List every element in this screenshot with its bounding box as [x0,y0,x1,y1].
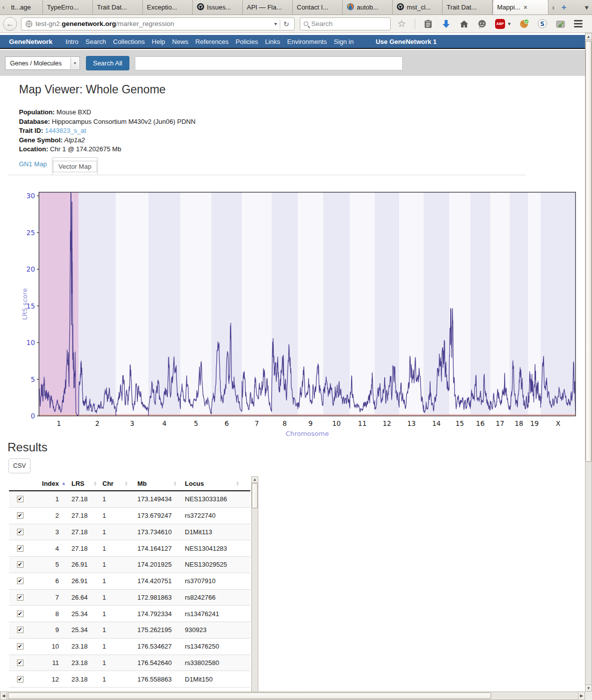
global-search-input[interactable] [135,56,403,70]
table-row: ✔526.911174.201925NES13029525 [9,557,250,573]
menu-icon[interactable] [574,19,584,29]
browser-tab-6[interactable]: API — Fla... [243,0,293,14]
nav-item-search[interactable]: Search [85,38,106,45]
svg-text:3: 3 [130,419,134,427]
nav-item-sign-in[interactable]: Sign in [334,38,354,45]
back-button[interactable]: ← [3,17,17,31]
table-scroll-up-icon[interactable]: ▲ [251,476,258,483]
scroll-right-icon[interactable]: ▶ [578,692,585,700]
tab-scroll-left-icon[interactable]: ‹ [0,0,7,14]
browser-tab-3[interactable]: Trait Dat... [93,0,143,14]
cell-chr: 1 [99,610,130,618]
browser-tab-9[interactable]: mst_cl... [393,0,443,14]
downloads-icon[interactable] [441,19,451,29]
column-header-locus[interactable]: Locus▲▼ [179,480,241,487]
column-header-lrs[interactable]: LRS▲▼ [68,480,99,487]
browser-search-field[interactable]: Search [300,17,391,30]
column-header-mb[interactable]: Mb▲▼ [130,480,179,487]
scroll-left-icon[interactable]: ◀ [0,692,7,700]
browser-search-placeholder: Search [311,20,333,27]
svg-text:14: 14 [432,419,441,427]
search-all-button[interactable]: Search All [86,56,129,70]
screengrab-icon[interactable]: Sc [556,19,566,29]
row-checkbox[interactable]: ✔ [17,643,23,650]
reload-icon[interactable]: ↻ [280,20,292,28]
adblock-dropdown-icon[interactable]: ▼ [507,21,512,26]
cell-index: 8 [31,610,68,618]
meta-value-link[interactable]: 1443823_s_at [43,127,86,134]
row-checkbox[interactable]: ✔ [17,627,23,633]
nav-item-references[interactable]: References [195,38,228,45]
row-checkbox[interactable]: ✔ [17,578,23,584]
row-checkbox[interactable]: ✔ [17,512,23,519]
nav-item-policies[interactable]: Policies [236,38,258,45]
adblock-plus-icon[interactable]: ABP [495,19,505,29]
browser-vertical-scrollbar[interactable]: ▲ ▼ [585,33,592,692]
sort-asc-icon: ▲ [61,481,66,486]
row-checkbox[interactable]: ✔ [17,676,23,683]
tab-list-button[interactable]: ▾ [581,0,592,14]
nav-item-help[interactable]: Help [152,38,165,45]
svg-text:5: 5 [194,419,198,427]
trait-metadata: Population: Mouse BXDDatabase: Hippocamp… [19,108,195,154]
stylish-icon[interactable]: S [538,19,548,29]
bookmarks-menu-icon[interactable] [423,19,433,29]
table-scrollbar[interactable]: ▲ ▼ [251,476,258,692]
scroll-up-icon[interactable]: ▲ [585,33,592,40]
browser-horizontal-scrollbar[interactable]: ◀ ▶ [0,692,585,700]
column-header-chr[interactable]: Chr▲▼ [99,480,130,487]
nav-item-intro[interactable]: Intro [65,38,78,45]
svg-text:7: 7 [255,419,259,427]
sort-icons: ▲▼ [93,481,97,486]
meta-row-5: Location: Chr 1 @ 174.202675 Mb [19,145,195,154]
browser-tab-11[interactable]: Mappi...× [493,0,549,14]
scroll-down-icon[interactable]: ▼ [585,685,592,692]
vertical-scrollbar-thumb[interactable] [586,41,592,462]
sort-icons: ▲▼ [236,481,239,486]
cell-mb: 176.542640 [130,659,179,667]
browser-tab-8[interactable]: autob... [343,0,393,14]
tab-close-icon[interactable]: × [524,4,527,11]
nav-item-collections[interactable]: Collections [113,38,145,45]
search-category-select[interactable]: Genes / Molecules ▾ [5,56,80,70]
nav-item-links[interactable]: Links [265,38,280,45]
browser-tab-10[interactable]: Trait Dat... [443,0,493,14]
nav-use-genenetwork1[interactable]: Use GeneNetwork 1 [376,38,437,45]
brand-genenetwork[interactable]: GeneNetwork [9,38,52,45]
row-checkbox[interactable]: ✔ [17,496,23,502]
chat-icon[interactable] [477,19,487,29]
tab-gn1-map[interactable]: GN1 Map [19,160,47,168]
row-checkbox[interactable]: ✔ [17,660,23,666]
csv-button[interactable]: CSV [8,458,30,473]
browser-tab-4[interactable]: Exceptio... [143,0,193,14]
browser-tab-5[interactable]: Issues... [193,0,243,14]
bookmark-star-icon[interactable]: ☆ [397,19,407,29]
cell-lrs: 26.91 [68,577,99,585]
row-checkbox[interactable]: ✔ [17,594,23,601]
row-checkbox[interactable]: ✔ [17,529,23,535]
horizontal-scrollbar-thumb[interactable] [8,693,491,699]
row-checkbox[interactable]: ✔ [17,561,23,568]
home-icon[interactable] [459,19,469,29]
page-viewport: GeneNetwork IntroSearchCollectionsHelpNe… [0,33,585,692]
new-tab-button[interactable]: + [558,0,570,14]
svg-text:25: 25 [26,229,35,237]
row-checkbox[interactable]: ✔ [17,611,23,617]
row-checkbox[interactable]: ✔ [17,545,23,552]
cookie-manager-icon[interactable] [520,19,530,29]
browser-tab-2[interactable]: TypeErro... [43,0,93,14]
svg-text:4: 4 [162,419,167,427]
column-header-index[interactable]: Index▲ [31,480,68,487]
sort-icons: ▲▼ [173,481,177,486]
tab-vector-map[interactable]: Vector Map [52,157,98,175]
table-scrollbar-thumb[interactable] [252,483,258,508]
firefox-icon [347,3,354,12]
url-dropdown-icon[interactable]: ▾ [271,21,280,26]
svg-text:1: 1 [56,419,61,427]
browser-tab-7[interactable]: Contact I... [293,0,343,14]
nav-item-environments[interactable]: Environments [287,38,327,45]
tab-scroll-right-icon[interactable]: › [549,0,558,14]
browser-tab-1[interactable]: tt...age [7,0,43,14]
url-bar[interactable]: test-gn2.genenetwork.org/marker_regressi… [21,17,295,30]
nav-item-news[interactable]: News [172,38,189,45]
